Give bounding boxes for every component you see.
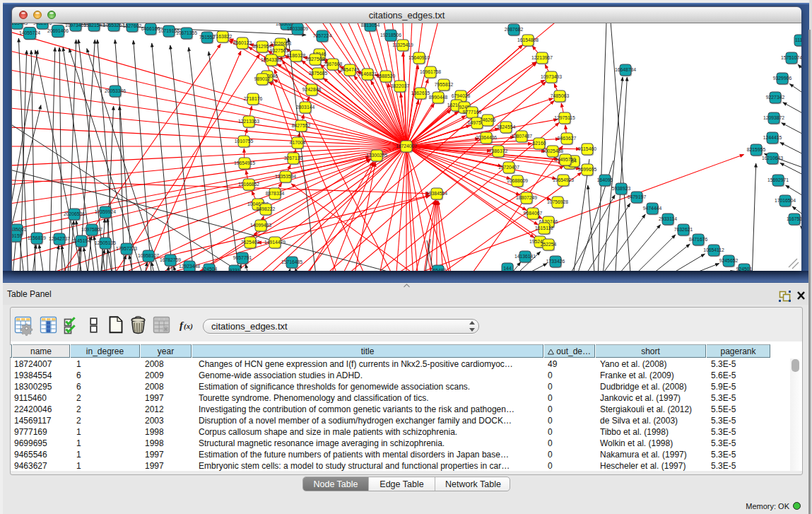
svg-text:17359924: 17359924 [95,209,116,214]
svg-text:9242848: 9242848 [302,87,322,92]
svg-text:2803144: 2803144 [296,105,315,110]
svg-text:1112: 1112 [795,37,801,42]
svg-text:10654112: 10654112 [703,247,724,252]
svg-text:9498222: 9498222 [257,206,276,211]
svg-text:12505135: 12505135 [95,240,116,245]
svg-text:12975115: 12975115 [554,115,575,120]
svg-text:9084067: 9084067 [524,211,543,216]
svg-text:9699695: 9699695 [578,167,597,172]
svg-text:417004: 417004 [290,140,306,145]
svg-text:252254: 252254 [541,242,557,247]
svg-text:7386372: 7386372 [489,148,508,153]
svg-text:6466160: 6466160 [141,26,160,31]
svg-text:19654915: 19654915 [234,160,255,165]
svg-text:15692971: 15692971 [767,177,789,182]
svg-text:989012: 989012 [254,76,271,81]
svg-text:9474444: 9474444 [643,206,662,211]
svg-text:10688609: 10688609 [507,178,528,183]
svg-text:6479197: 6479197 [628,194,647,199]
svg-text:20206536: 20206536 [64,211,85,216]
svg-text:7163822: 7163822 [213,34,233,39]
svg-text:1145194: 1145194 [72,238,90,243]
svg-text:9463627: 9463627 [558,136,577,141]
svg-text:62160: 62160 [533,141,546,146]
svg-text:16782759: 16782759 [160,257,181,262]
svg-text:1156819: 1156819 [28,235,46,240]
svg-text:1010755: 1010755 [235,139,254,144]
svg-text:19384554: 19384554 [426,191,447,196]
svg-text:6794028: 6794028 [452,93,471,98]
svg-text:12213967: 12213967 [531,55,553,60]
svg-text:3267130: 3267130 [284,156,303,160]
svg-text:13353594: 13353594 [275,174,296,179]
svg-text:15751074: 15751074 [781,55,801,60]
svg-text:14495759: 14495759 [555,157,576,162]
svg-text:19654923: 19654923 [553,177,574,182]
svg-text:3824554: 3824554 [497,124,516,129]
svg-text:12923448: 12923448 [179,264,200,269]
svg-text:20691406: 20691406 [47,28,69,33]
svg-text:1733426: 1733426 [546,259,565,264]
svg-text:7632621: 7632621 [674,227,693,232]
svg-text:3875685: 3875685 [309,71,328,76]
svg-text:16033809: 16033809 [287,26,308,31]
svg-text:39159: 39159 [12,233,23,238]
svg-text:9115460: 9115460 [578,146,596,151]
svg-text:10671355: 10671355 [176,30,197,35]
svg-text:8813054: 8813054 [361,23,380,28]
svg-text:14136141: 14136141 [514,254,536,259]
svg-text:15720407: 15720407 [498,165,519,170]
svg-text:124504: 124504 [201,267,218,271]
svg-text:16154808: 16154808 [517,37,539,42]
svg-text:11325419: 11325419 [392,42,413,47]
svg-text:9146821: 9146821 [358,71,377,76]
svg-text:1527602: 1527602 [123,23,142,28]
svg-text:17957223: 17957223 [116,246,137,251]
svg-text:7955812: 7955812 [435,82,454,87]
svg-text:16648784: 16648784 [615,67,636,72]
svg-text:8427552: 8427552 [292,123,311,128]
svg-text:10975867: 10975867 [81,227,102,232]
svg-text:12942737: 12942737 [49,236,70,241]
svg-text:8912954: 8912954 [253,44,272,49]
svg-text:18724007: 18724007 [396,144,417,148]
svg-text:19166852: 19166852 [238,182,259,187]
svg-text:144: 144 [503,266,512,271]
svg-text:19218506: 19218506 [380,33,401,37]
svg-text:1362615: 1362615 [411,90,430,95]
svg-text:10756928: 10756928 [547,199,568,204]
svg-text:9482876: 9482876 [33,23,52,25]
svg-text:16210643: 16210643 [762,156,783,160]
svg-text:7625402: 7625402 [241,240,260,245]
svg-text:9245652: 9245652 [719,258,739,263]
svg-text:164095: 164095 [597,177,613,182]
svg-text:8660123: 8660123 [233,40,252,45]
svg-text:12213363: 12213363 [238,119,259,124]
svg-text:7357224: 7357224 [313,33,332,38]
svg-text:165487: 165487 [430,268,447,271]
svg-text:116753: 116753 [787,216,801,221]
svg-text:15716485: 15716485 [281,259,302,264]
svg-text:2933114: 2933114 [659,216,677,221]
svg-text:8878334: 8878334 [266,191,285,196]
svg-text:5938923: 5938923 [612,186,631,191]
svg-text:14099483: 14099483 [250,223,271,228]
svg-text:18265443: 18265443 [12,23,28,25]
svg-text:1588520: 1588520 [377,74,396,78]
svg-text:14914479: 14914479 [264,240,286,245]
svg-text:10973493: 10973493 [541,74,562,79]
svg-text:7485063: 7485063 [551,93,570,98]
svg-text:9231: 9231 [229,268,240,271]
svg-text:9657791: 9657791 [233,255,252,260]
svg-text:12093872: 12093872 [763,115,784,120]
svg-text:10025438: 10025438 [542,148,563,153]
svg-text:9327508: 9327508 [306,57,325,62]
svg-text:(x): (x) [184,322,193,331]
svg-text:15821543: 15821543 [83,23,105,28]
svg-text:8454749: 8454749 [341,67,360,72]
svg-text:10653267: 10653267 [103,23,124,28]
svg-text:1615112: 1615112 [535,226,553,230]
svg-text:13300295: 13300295 [366,153,387,158]
svg-text:10543382: 10543382 [261,57,282,62]
svg-text:9777169: 9777169 [463,110,482,115]
